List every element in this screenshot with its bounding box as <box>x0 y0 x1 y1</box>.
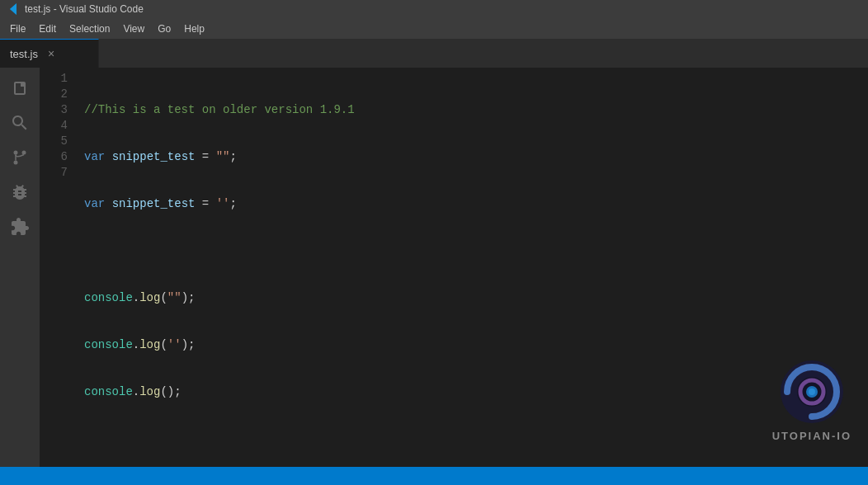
files-icon[interactable] <box>6 74 34 102</box>
tab-bar: test.js × <box>0 39 868 68</box>
svg-point-2 <box>22 151 26 155</box>
watermark-text: UTOPIAN-IO <box>772 430 851 442</box>
code-line-3: var snippet_test = ''; <box>84 196 868 212</box>
svg-point-8 <box>809 388 815 395</box>
tab-testjs[interactable]: test.js × <box>0 39 99 68</box>
tab-close-button[interactable]: × <box>45 47 58 60</box>
code-container[interactable]: 1 2 3 4 5 6 7 //This is a test on older … <box>40 68 868 467</box>
title-text: test.js - Visual Studio Code <box>25 3 144 15</box>
code-line-6: console.log(''); <box>84 337 868 353</box>
debug-icon[interactable] <box>6 178 34 206</box>
title-bar: test.js - Visual Studio Code <box>0 0 868 18</box>
menu-help[interactable]: Help <box>177 21 211 37</box>
menu-view[interactable]: View <box>116 21 151 37</box>
menu-edit[interactable]: Edit <box>32 21 63 37</box>
menu-go[interactable]: Go <box>151 21 177 37</box>
menu-selection[interactable]: Selection <box>63 21 116 37</box>
svg-point-0 <box>14 161 18 165</box>
svg-point-1 <box>14 151 18 155</box>
code-content[interactable]: //This is a test on older version 1.9.1 … <box>81 71 868 464</box>
main-area: 1 2 3 4 5 6 7 //This is a test on older … <box>0 68 868 467</box>
search-icon[interactable] <box>6 109 34 137</box>
app-icon <box>7 2 20 16</box>
code-line-1: //This is a test on older version 1.9.1 <box>84 102 868 118</box>
tab-label: test.js <box>10 48 38 60</box>
status-bar <box>0 467 868 485</box>
code-line-4 <box>84 243 868 259</box>
activity-bar <box>0 68 40 467</box>
editor-area: 1 2 3 4 5 6 7 //This is a test on older … <box>40 68 868 467</box>
extensions-icon[interactable] <box>6 213 34 241</box>
code-line-7: console.log(); <box>84 384 868 400</box>
source-control-icon[interactable] <box>6 144 34 172</box>
code-line-5: console.log(""); <box>84 290 868 306</box>
watermark: UTOPIAN-IO <box>772 359 851 442</box>
watermark-logo <box>779 359 845 425</box>
code-line-2: var snippet_test = ""; <box>84 149 868 165</box>
menu-file[interactable]: File <box>3 21 32 37</box>
menu-bar: File Edit Selection View Go Help <box>0 18 868 39</box>
line-numbers: 1 2 3 4 5 6 7 <box>40 71 81 464</box>
